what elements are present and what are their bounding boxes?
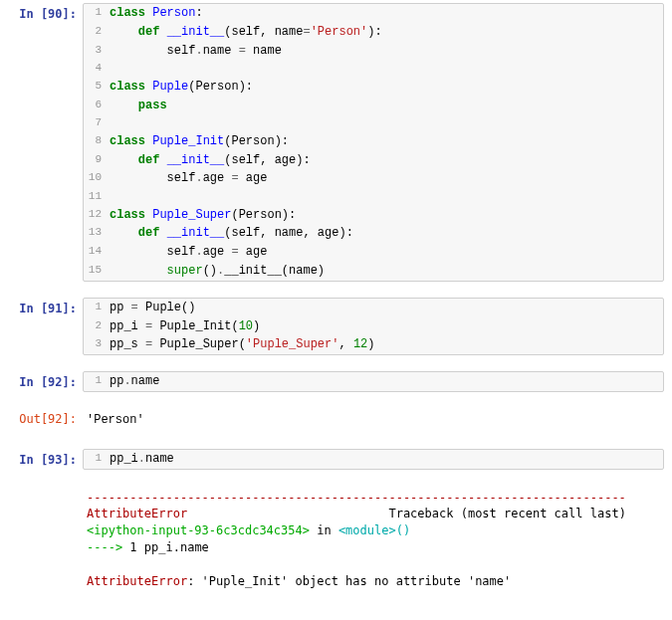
- code-line: class Puple_Init(Person):: [110, 132, 663, 151]
- line-number: 7: [84, 114, 110, 131]
- input-prompt: In [93]:: [0, 446, 83, 473]
- line-number: 9: [84, 151, 110, 170]
- code-line: [110, 188, 663, 205]
- line-number: 1: [84, 450, 110, 469]
- code-input[interactable]: 1pp.name: [83, 371, 664, 392]
- line-number: 14: [84, 243, 110, 262]
- line-number: 2: [84, 23, 110, 42]
- line-number: 4: [84, 60, 110, 77]
- line-number: 8: [84, 132, 110, 151]
- traceback: ----------------------------------------…: [83, 486, 664, 594]
- input-prompt: In [92]:: [0, 368, 83, 395]
- input-prompt: In [91]:: [0, 295, 83, 358]
- output-prompt: Out[92]:: [0, 405, 83, 436]
- line-number: 2: [84, 317, 110, 336]
- code-line: [110, 60, 663, 77]
- code-line: pp_i.name: [110, 450, 663, 469]
- code-line: super().__init__(name): [110, 262, 663, 281]
- code-line: class Puple_Super(Person):: [110, 206, 663, 225]
- code-line: pass: [110, 97, 663, 115]
- code-line: pp_i = Puple_Init(10): [110, 317, 663, 336]
- code-line: pp = Puple(): [110, 299, 663, 317]
- code-line: def __init__(self, age):: [110, 151, 663, 170]
- line-number: 15: [84, 262, 110, 281]
- code-line: def __init__(self, name='Person'):: [110, 23, 663, 42]
- code-line: pp_s = Puple_Super('Puple_Super', 12): [110, 335, 663, 354]
- code-line: class Person:: [110, 4, 663, 23]
- line-number: 3: [84, 335, 110, 354]
- code-input[interactable]: 1pp = Puple()2pp_i = Puple_Init(10)3pp_s…: [83, 298, 664, 355]
- code-line: class Puple(Person):: [110, 78, 663, 97]
- code-line: def __init__(self, name, age):: [110, 224, 663, 243]
- line-number: 1: [84, 4, 110, 23]
- line-number: 11: [84, 188, 110, 205]
- code-input[interactable]: 1class Person:2 def __init__(self, name=…: [83, 3, 664, 282]
- code-line: self.age = age: [110, 169, 663, 188]
- code-input[interactable]: 1pp_i.name: [83, 449, 664, 470]
- line-number: 1: [84, 299, 110, 317]
- output-text: 'Person': [83, 408, 664, 433]
- input-prompt: In [90]:: [0, 0, 83, 285]
- line-number: 3: [84, 42, 110, 61]
- code-line: self.age = age: [110, 243, 663, 262]
- code-line: pp.name: [110, 372, 663, 391]
- line-number: 6: [84, 97, 110, 115]
- line-number: 13: [84, 224, 110, 243]
- code-line: self.name = name: [110, 42, 663, 61]
- line-number: 1: [84, 372, 110, 391]
- line-number: 12: [84, 206, 110, 225]
- code-line: [110, 114, 663, 131]
- line-number: 10: [84, 169, 110, 188]
- line-number: 5: [84, 78, 110, 97]
